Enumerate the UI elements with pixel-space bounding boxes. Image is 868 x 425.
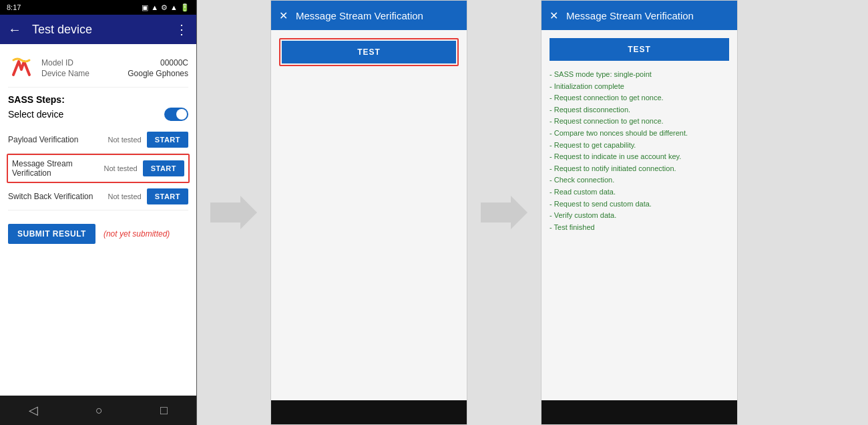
result-line-0: - SASS mode type: single-point [550,69,729,81]
step-label-message-stream: Message StreamVerification [12,159,99,178]
device-name-label: Device Name [41,69,89,78]
result-line-5: - Compare two nonces should be different… [550,128,729,140]
result-line-11: - Request to send custom data. [550,198,729,210]
notification-icon: ▣ [142,3,148,12]
svg-marker-0 [210,196,257,229]
arrow-1-container [197,0,270,425]
result-line-8: - Request to notify initiated connection… [550,163,729,175]
start-button-payload[interactable]: START [147,132,188,148]
step-row-switch-back: Switch Back Verification Not tested STAR… [8,183,188,210]
result-line-3: - Request disconnection. [550,104,729,116]
dialog-screen-1: ✕ Message Stream Verification TEST [270,0,467,425]
device-logo-icon [8,55,35,82]
step-row-message-stream: Message StreamVerification Not tested ST… [7,154,190,183]
result-line-10: - Read custom data. [550,186,729,198]
settings-icon: ⚙ [161,3,168,12]
result-lines: - SASS mode type: single-point- Initiali… [550,69,729,233]
phone-content: Model ID 00000C Device Name Google Gphon… [0,44,196,396]
svg-marker-1 [481,196,527,229]
result-line-9: - Check connection. [550,174,729,186]
phone-screen: 8:17 ▣ ▲ ⚙ ▲ 🔋 ← Test device ⋮ Model ID … [0,0,197,425]
dialog-screen-2: ✕ Message Stream Verification TEST - SAS… [541,0,738,425]
dialog-2-content: TEST - SASS mode type: single-point- Ini… [541,30,737,400]
device-info: Model ID 00000C Device Name Google Gphon… [8,49,188,88]
arrow-2-container [467,0,541,425]
result-line-1: - Initialization complete [550,81,729,93]
back-icon[interactable]: ← [8,22,21,37]
step-row-payload: Payload Verification Not tested START [8,126,188,154]
dialog-2-bottom-bar [541,400,737,424]
dialog-1-content: TEST [271,30,467,400]
sass-steps-title: SASS Steps: [8,94,188,105]
dialog-1-close-icon[interactable]: ✕ [279,9,288,22]
toolbar-title: Test device [32,23,175,37]
status-time: 8:17 [7,3,21,11]
signal-icon: ▲ [151,3,158,11]
start-button-switch-back[interactable]: START [147,188,188,204]
device-details: Model ID 00000C Device Name Google Gphon… [41,57,188,79]
nav-recents-icon[interactable]: □ [160,404,168,418]
start-button-message-stream[interactable]: START [143,160,184,176]
device-name-value: Google Gphones [128,69,188,78]
wifi-icon: ▲ [170,3,178,11]
result-line-12: - Verify custom data. [550,210,729,222]
dialog-2-toolbar: ✕ Message Stream Verification [541,1,737,30]
result-line-13: - Test finished [550,222,729,234]
test-button-2[interactable]: TEST [550,38,729,61]
result-line-2: - Request connection to get nonce. [550,92,729,104]
result-line-4: - Request connection to get nonce. [550,116,729,128]
phone-nav-bar: ◁ ○ □ [0,396,196,425]
status-bar: 8:17 ▣ ▲ ⚙ ▲ 🔋 [0,0,196,15]
nav-home-icon[interactable]: ○ [95,404,103,418]
status-icons: ▣ ▲ ⚙ ▲ 🔋 [142,3,190,12]
more-icon[interactable]: ⋮ [175,21,188,37]
select-device-label: Select device [8,109,63,120]
dialog-1-toolbar: ✕ Message Stream Verification [271,1,467,30]
test-button-1[interactable]: TEST [282,41,456,63]
test-btn-wrapper-1: TEST [279,38,459,66]
model-label: Model ID [41,58,73,67]
model-row: Model ID 00000C [41,57,188,68]
select-device-toggle[interactable] [164,108,188,121]
dialog-1-bottom-bar [271,400,467,424]
result-line-7: - Request to indicate in use account key… [550,151,729,163]
device-name-row: Device Name Google Gphones [41,68,188,79]
test-btn-wrapper-2: TEST [550,38,729,61]
submit-row: SUBMIT RESULT (not yet submitted) [8,221,188,247]
dialog-2-title: Message Stream Verification [566,10,694,21]
nav-back-icon[interactable]: ◁ [29,403,38,418]
battery-icon: 🔋 [180,3,190,12]
arrow-2-icon [481,196,527,229]
select-device-row: Select device [8,108,188,121]
submit-note: (not yet submitted) [103,229,170,239]
step-status-payload: Not tested [108,136,142,144]
step-status-message-stream: Not tested [104,164,138,172]
step-label-payload: Payload Verification [8,135,103,144]
submit-result-button[interactable]: SUBMIT RESULT [8,224,95,244]
step-label-switch-back: Switch Back Verification [8,192,103,201]
model-value: 00000C [160,58,188,67]
dialog-1-title: Message Stream Verification [296,10,423,21]
dialog-2-close-icon[interactable]: ✕ [550,9,558,22]
phone-toolbar: ← Test device ⋮ [0,15,196,44]
arrow-1-icon [210,196,257,229]
step-status-switch-back: Not tested [108,192,142,200]
result-line-6: - Request to get capability. [550,140,729,152]
